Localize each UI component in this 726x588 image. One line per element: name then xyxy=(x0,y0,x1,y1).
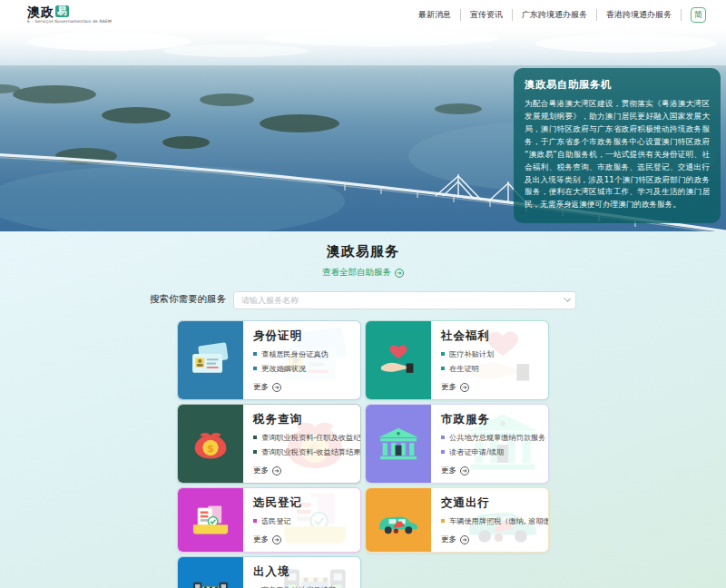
more-link[interactable]: 更多 ➜ xyxy=(253,378,352,393)
card-title: 税务查询 xyxy=(253,412,361,427)
search-label: 搜索你需要的服务 xyxy=(150,293,226,306)
service-card-grid: 身份证明 查核居民身份证真伪更改婚姻状况 更多 ➜ 社会福利 医疗补贴计划在生证… xyxy=(177,320,549,588)
card-service-list: 选民登记 xyxy=(253,516,352,531)
circle-arrow-icon: ➜ xyxy=(272,466,281,475)
service-item[interactable]: 查询职业税资料-收益结算结果 xyxy=(253,447,361,457)
service-item[interactable]: 读者证申请/续期 xyxy=(441,447,545,457)
circle-arrow-icon: ➜ xyxy=(460,383,469,392)
more-label: 更多 xyxy=(253,466,269,476)
service-card-border-gates: 出入境 家务工作外地雇员续期雇员身份的逗留许可查询系统 更多 ➜ xyxy=(177,556,361,588)
circle-arrow-icon: ➜ xyxy=(272,535,281,544)
border-gates-icon xyxy=(178,557,243,588)
id-card-icon xyxy=(178,321,243,399)
service-item[interactable]: 查核居民身份证真伪 xyxy=(253,349,352,359)
circle-arrow-icon: ➜ xyxy=(460,535,469,544)
main-content: 澳政易服务 查看全部自助服务 ➜ 搜索你需要的服务 身份证明 查核居民身份证真伪… xyxy=(0,231,726,588)
card-service-list: 医疗补贴计划在生证明 xyxy=(441,349,540,378)
service-card-coin-purse: $ 税务查询 查询职业税资料-任职及收益纪录查询职业税资料-收益结算结果 更多 … xyxy=(177,404,361,484)
more-link[interactable]: 更多 ➜ xyxy=(441,531,549,545)
vehicles-icon xyxy=(366,488,431,552)
nav-item[interactable]: 最新消息 xyxy=(409,9,461,21)
card-title: 社会福利 xyxy=(441,328,540,344)
coin-purse-icon: $ xyxy=(178,405,243,483)
hand-heart-icon xyxy=(366,321,431,399)
service-card-hand-heart: 社会福利 医疗补贴计划在生证明 更多 ➜ xyxy=(365,320,549,400)
card-title: 交通出行 xyxy=(441,495,549,511)
service-item[interactable]: 在生证明 xyxy=(441,364,540,374)
logo-subtitle: E - Serviços Governamentais de RAEM xyxy=(27,20,112,24)
service-search-input[interactable] xyxy=(233,291,576,309)
service-card-civic-building: 市政服务 公共地方总规章缴纳罚款服务读者证申请/续期 更多 ➜ xyxy=(365,404,549,484)
card-title: 身份证明 xyxy=(253,328,352,344)
nav-item[interactable]: 广东跨境通办服务 xyxy=(513,9,597,21)
card-service-list: 查核居民身份证真伪更改婚姻状况 xyxy=(253,349,352,378)
ballot-icon xyxy=(178,488,243,552)
nav-item[interactable]: 香港跨境通办服务 xyxy=(597,9,682,21)
more-link[interactable]: 更多 ➜ xyxy=(441,378,540,393)
service-card-vehicles: 交通出行 车辆使用牌照税（缴纳, 逾期缴纳） 更多 ➜ xyxy=(365,487,549,553)
service-item[interactable]: 更改婚姻状况 xyxy=(253,364,352,374)
nav-item[interactable]: 宣传资讯 xyxy=(461,9,513,21)
service-item[interactable]: 公共地方总规章缴纳罚款服务 xyxy=(441,433,545,443)
top-nav: 最新消息宣传资讯广东跨境通办服务香港跨境通办服务 简 xyxy=(409,7,706,23)
page-title: 澳政易服务 xyxy=(0,243,726,260)
more-link[interactable]: 更多 ➜ xyxy=(441,462,545,476)
service-card-ballot: 选民登记 选民登记 更多 ➜ xyxy=(177,487,361,553)
service-card-id-card: 身份证明 查核居民身份证真伪更改婚姻状况 更多 ➜ xyxy=(177,320,361,400)
view-all-label: 查看全部自助服务 xyxy=(322,267,391,279)
service-item[interactable]: 医疗补贴计划 xyxy=(441,349,540,359)
circle-arrow-icon: ➜ xyxy=(395,269,404,278)
circle-arrow-icon: ➜ xyxy=(272,383,281,392)
more-link[interactable]: 更多 ➜ xyxy=(253,531,352,545)
more-link[interactable]: 更多 ➜ xyxy=(253,462,361,476)
card-title: 出入境 xyxy=(253,564,358,580)
more-label: 更多 xyxy=(441,466,456,476)
service-search-row: 搜索你需要的服务 xyxy=(150,289,576,309)
more-label: 更多 xyxy=(253,382,269,393)
more-label: 更多 xyxy=(253,534,269,545)
svg-text:$: $ xyxy=(207,443,214,455)
card-service-list: 车辆使用牌照税（缴纳, 逾期缴纳） xyxy=(441,516,549,531)
hero-panel-body: 为配合粤港澳大湾区建设，贯彻落实《粤港澳大湾区发展规划纲要》，助力澳门居民更好融… xyxy=(525,98,710,211)
service-item[interactable]: 选民登记 xyxy=(253,516,352,526)
more-label: 更多 xyxy=(441,534,456,545)
hero-banner: 澳政易自助服务机 为配合粤港澳大湾区建设，贯彻落实《粤港澳大湾区发展规划纲要》，… xyxy=(0,29,726,231)
service-item[interactable]: 查询职业税资料-任职及收益纪录 xyxy=(253,433,361,443)
top-header: 澳政 易 E - Serviços Governamentais de RAEM… xyxy=(0,0,726,29)
card-title: 选民登记 xyxy=(253,495,352,511)
card-service-list: 查询职业税资料-任职及收益纪录查询职业税资料-收益结算结果 xyxy=(253,433,361,462)
card-service-list: 公共地方总规章缴纳罚款服务读者证申请/续期 xyxy=(441,433,545,462)
circle-arrow-icon: ➜ xyxy=(460,466,469,475)
language-toggle-button[interactable]: 简 xyxy=(691,7,706,23)
more-label: 更多 xyxy=(441,382,456,393)
logo-accent-glyph: 易 xyxy=(55,5,69,17)
service-item[interactable]: 车辆使用牌照税（缴纳, 逾期缴纳） xyxy=(441,516,549,526)
logo-text: 澳政 xyxy=(27,5,54,18)
civic-building-icon xyxy=(366,405,431,483)
hero-info-panel: 澳政易自助服务机 为配合粤港澳大湾区建设，贯彻落实《粤港澳大湾区发展规划纲要》，… xyxy=(514,68,721,223)
hero-panel-title: 澳政易自助服务机 xyxy=(525,78,710,92)
site-logo[interactable]: 澳政 易 E - Serviços Governamentais de RAEM xyxy=(27,5,112,24)
card-title: 市政服务 xyxy=(441,412,545,427)
view-all-services-link[interactable]: 查看全部自助服务 ➜ xyxy=(0,267,726,279)
